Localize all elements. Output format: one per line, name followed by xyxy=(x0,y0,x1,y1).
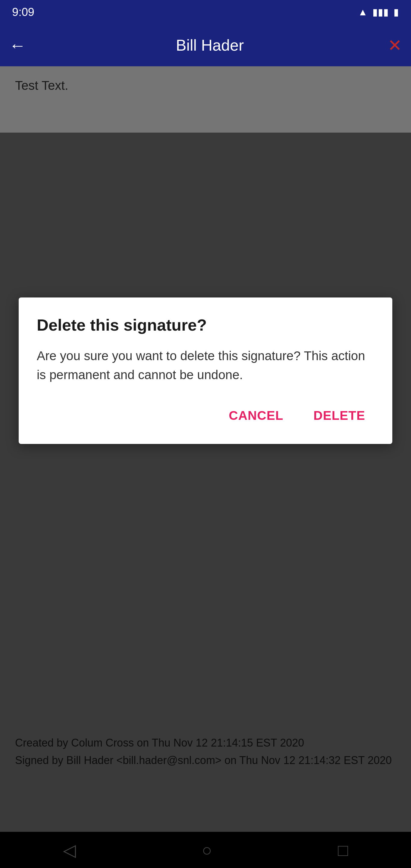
battery-icon: ▮ xyxy=(393,6,399,18)
dialog-actions: CANCEL DELETE xyxy=(37,402,374,429)
back-icon[interactable]: ← xyxy=(9,36,26,55)
cancel-button[interactable]: CANCEL xyxy=(220,402,292,429)
dialog-message: Are you sure you want to delete this sig… xyxy=(37,346,374,384)
dialog: Delete this signature? Are you sure you … xyxy=(19,298,392,444)
main-content: Test Text. Created by Colum Cross on Thu… xyxy=(0,66,411,832)
status-icons: ▲ ▮▮▮ ▮ xyxy=(358,6,399,18)
dialog-overlay: Delete this signature? Are you sure you … xyxy=(0,133,411,868)
app-bar-title: Bill Hader xyxy=(32,36,388,54)
dialog-title: Delete this signature? xyxy=(37,315,374,334)
wifi-icon: ▲ xyxy=(358,7,368,18)
app-bar: ← Bill Hader ✕ xyxy=(0,24,411,66)
signal-icon: ▮▮▮ xyxy=(373,6,389,18)
content-text: Test Text. xyxy=(15,79,68,93)
delete-button[interactable]: DELETE xyxy=(304,402,374,429)
close-icon[interactable]: ✕ xyxy=(388,36,402,55)
status-bar: 9:09 ▲ ▮▮▮ ▮ xyxy=(0,0,411,24)
status-time: 9:09 xyxy=(12,6,34,19)
